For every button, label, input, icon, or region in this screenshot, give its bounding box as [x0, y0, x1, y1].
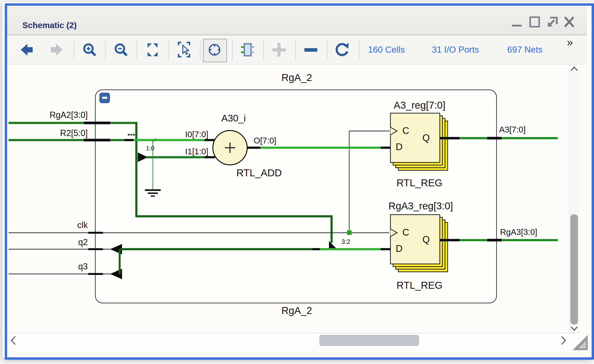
close-icon	[563, 15, 575, 29]
zoom-out-icon	[113, 40, 128, 60]
adder-pin-i1-label: I1[1:0]	[178, 147, 208, 156]
vertical-scroll-thumb[interactable]	[570, 214, 578, 324]
adder-pin-o-label: O[7:0]	[254, 136, 276, 145]
refresh-button[interactable]	[334, 40, 350, 60]
collapse-module-button[interactable]	[100, 93, 110, 103]
reg2-pin-d: D	[396, 243, 403, 254]
horizontal-scroll-thumb[interactable]	[319, 335, 419, 346]
module-label-bottom: RgA_2	[262, 305, 331, 316]
zoom-out-button[interactable]	[113, 40, 128, 60]
zoom-in-button[interactable]	[81, 40, 97, 60]
maximize-button[interactable]	[528, 15, 541, 29]
nets-stat-link[interactable]: 697 Nets	[507, 45, 542, 55]
autofit-selection-button[interactable]	[207, 40, 223, 60]
reg1-instance-label: A3_reg[7:0]	[381, 99, 458, 111]
reg1-pin-q: Q	[422, 132, 430, 143]
toolbar-separator	[200, 40, 201, 60]
reg1-type-label: RTL_REG	[389, 177, 451, 189]
ripper-label-3-2: 3:2	[338, 238, 354, 246]
title-bar: Schematic (2)	[7, 6, 587, 35]
cell-icon	[240, 40, 255, 60]
toolbar-separator	[263, 40, 264, 60]
scroll-left-button[interactable]	[10, 335, 17, 345]
scroll-right-button[interactable]	[560, 335, 567, 345]
toolbar-separator	[105, 40, 106, 60]
window-resize-grip[interactable]	[572, 333, 589, 351]
zoom-selection-icon	[176, 40, 192, 60]
refresh-icon	[334, 40, 350, 60]
maximize-icon	[530, 17, 539, 27]
zoom-in-icon	[81, 40, 97, 60]
adder-type-label: RTL_ADD	[230, 167, 288, 179]
port-label-rga3[interactable]: RgA3[3:0]	[500, 227, 537, 237]
toolbar-separator	[169, 40, 169, 60]
cell-button[interactable]	[240, 40, 255, 60]
plus-icon	[271, 40, 287, 60]
toolbar-separator	[359, 40, 359, 60]
collapse-minus-icon	[102, 97, 107, 99]
chevron-down-icon	[571, 327, 577, 330]
zoom-fit-icon	[145, 40, 160, 60]
toolbar-separator	[327, 40, 327, 60]
scroll-down-button[interactable]	[570, 325, 579, 332]
reg1-pin-d: D	[396, 141, 403, 152]
zoom-fit-button[interactable]	[145, 40, 160, 60]
minimize-icon	[512, 25, 521, 26]
module-label-top: RgA_2	[262, 72, 331, 83]
io-ports-stat-link[interactable]: 31 I/O Ports	[432, 45, 479, 55]
cells-stat-link[interactable]: 160 Cells	[368, 45, 405, 55]
toolbar-separator	[232, 40, 233, 60]
chevron-left-icon	[11, 336, 15, 344]
reg1-pin-c: C	[402, 125, 409, 136]
port-label-q2[interactable]: q2	[36, 237, 88, 247]
back-arrow-icon	[19, 40, 34, 60]
collapse-button[interactable]	[303, 40, 319, 60]
reg2-type-label: RTL_REG	[389, 280, 451, 291]
forward-arrow-icon	[49, 40, 65, 60]
adder-instance-label: A30_i	[210, 113, 257, 124]
back-button[interactable]	[19, 40, 34, 60]
port-label-rga2[interactable]: RgA2[3:0]	[36, 110, 88, 120]
port-label-r2[interactable]: R2[5:0]	[36, 128, 88, 138]
zoom-selection-button[interactable]	[176, 40, 192, 60]
close-button[interactable]	[563, 15, 575, 29]
restore-button[interactable]	[546, 15, 558, 29]
horizontal-scrollbar[interactable]	[7, 333, 579, 348]
autofit-selection-icon	[207, 40, 223, 60]
adder-pin-i0-label: I0[7:0]	[178, 130, 208, 139]
expand-button[interactable]	[271, 40, 287, 60]
chevron-up-icon	[571, 67, 577, 71]
window-title: Schematic (2)	[22, 20, 77, 30]
toolbar-overflow-button[interactable]: »	[567, 36, 573, 49]
minus-icon	[303, 40, 319, 60]
scroll-up-button[interactable]	[570, 65, 579, 73]
ripper-label-1-0: 1:0	[142, 145, 158, 152]
reg2-instance-label: RgA3_reg[3:0]	[379, 200, 462, 212]
restore-icon	[546, 15, 558, 29]
chevron-right-icon	[562, 336, 565, 344]
toolbar-separator	[295, 40, 296, 60]
reg2-pin-c: C	[402, 227, 409, 238]
toolbar-separator	[74, 40, 74, 60]
minimize-button[interactable]	[511, 15, 523, 29]
screen: Schematic (2)	[0, 0, 594, 364]
toolbar-separator	[137, 40, 137, 60]
port-label-clk[interactable]: clk	[36, 220, 88, 230]
port-label-a3[interactable]: A3[7:0]	[499, 125, 526, 134]
reg2-pin-q: Q	[422, 234, 430, 245]
forward-button[interactable]	[49, 40, 65, 60]
port-label-q3[interactable]: q3	[36, 262, 88, 271]
